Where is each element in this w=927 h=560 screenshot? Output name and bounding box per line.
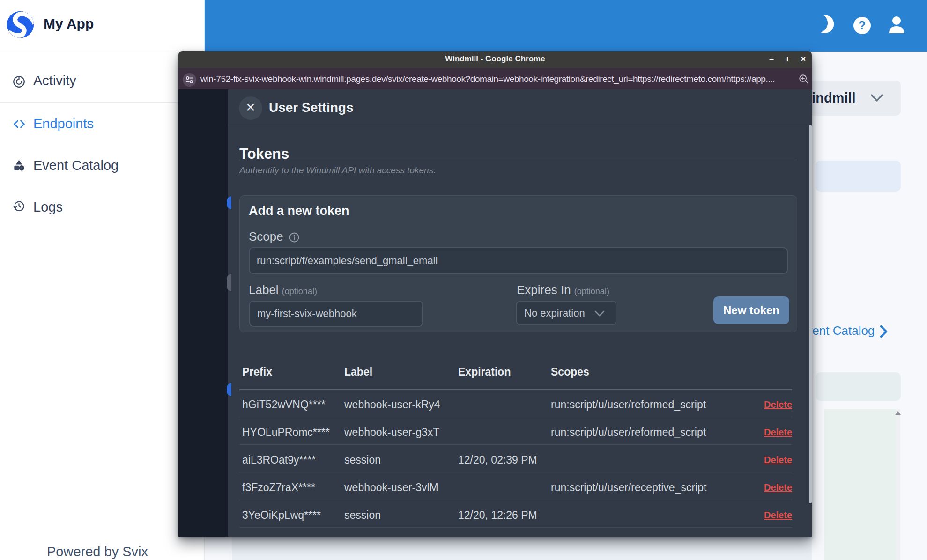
svg-text:?: ? bbox=[859, 19, 866, 32]
